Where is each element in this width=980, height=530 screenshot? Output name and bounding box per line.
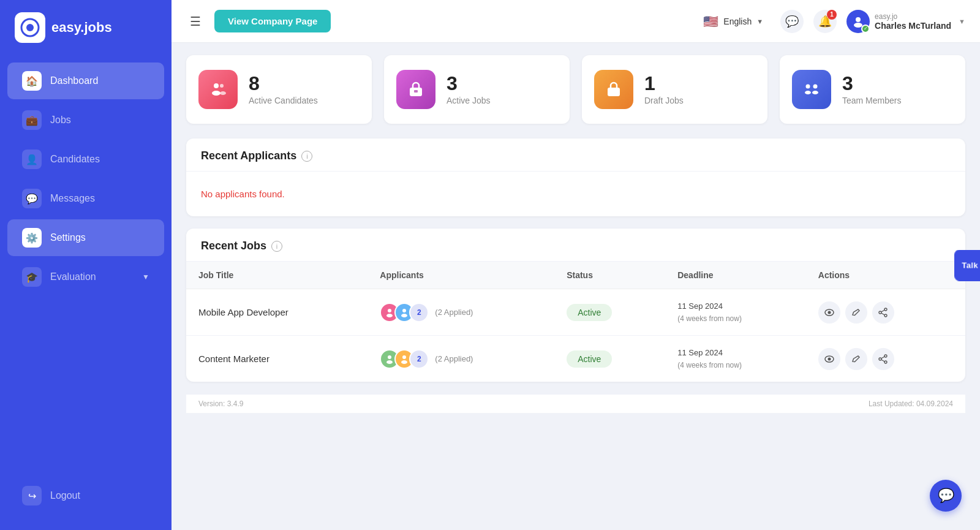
- recent-applicants-header: Recent Applicants i: [186, 138, 965, 172]
- svg-point-26: [388, 355, 391, 359]
- svg-point-7: [220, 91, 226, 95]
- recent-applicants-info-icon[interactable]: i: [301, 151, 312, 162]
- recent-applicants-section: Recent Applicants i No applicants found.: [186, 138, 965, 216]
- menu-icon[interactable]: ☰: [186, 10, 205, 32]
- recent-applicants-title: Recent Applicants: [201, 150, 296, 162]
- evaluation-icon: 🎓: [22, 267, 42, 287]
- applicants-cell-mobile-app-dev: 2 (2 Applied): [368, 289, 554, 336]
- profile-menu[interactable]: ✓ easy.jo Charles McTurland ▼: [846, 10, 965, 33]
- svg-rect-10: [608, 88, 620, 96]
- profile-chevron-icon: ▼: [959, 18, 965, 25]
- recent-jobs-header: Recent Jobs i: [186, 229, 965, 262]
- svg-point-12: [805, 91, 811, 94]
- sidebar-item-evaluation[interactable]: 🎓 Evaluation ▼: [7, 259, 164, 295]
- header: ☰ View Company Page 🇺🇸 English ▼ 💬 🔔 1: [172, 0, 980, 43]
- status-badge: Active: [567, 350, 612, 368]
- svg-point-21: [884, 308, 887, 311]
- status-cell-content-marketer: Active: [554, 336, 665, 382]
- messages-icon-button[interactable]: 💬: [780, 10, 804, 33]
- svg-point-29: [401, 360, 407, 364]
- language-chevron-icon: ▼: [756, 18, 763, 25]
- team-members-icon: [792, 70, 831, 109]
- svg-point-28: [402, 355, 406, 359]
- logo-icon: [15, 12, 45, 43]
- svg-point-32: [884, 355, 887, 357]
- job-title-cell-mobile-app-dev: Mobile App Developer: [186, 289, 368, 336]
- sidebar-item-settings[interactable]: ⚙️ Settings: [7, 219, 164, 256]
- page-content: 8 Active Candidates 3 Active Jobs: [172, 43, 980, 530]
- sidebar-item-messages[interactable]: 💬 Messages: [7, 180, 164, 217]
- chat-fab-button[interactable]: 💬: [930, 480, 962, 512]
- applied-text: (2 Applied): [435, 308, 473, 317]
- deadline-note: (4 weeks from now): [677, 314, 742, 323]
- sidebar-bottom: ↪ Logout: [0, 466, 172, 530]
- jobs-icon: 💼: [22, 110, 42, 130]
- stats-row: 8 Active Candidates 3 Active Jobs: [186, 55, 965, 124]
- talk-to-support-button[interactable]: Talk to Support: [954, 249, 980, 281]
- draft-jobs-value: 1: [644, 74, 684, 93]
- logo-text: easy.jobs: [51, 20, 112, 36]
- sidebar-item-dashboard[interactable]: 🏠 Dashboard: [7, 62, 164, 99]
- svg-point-20: [827, 311, 831, 314]
- stat-active-candidates: 8 Active Candidates: [186, 55, 372, 124]
- dashboard-icon: 🏠: [22, 71, 42, 91]
- deadline-cell-content-marketer: 11 Sep 2024 (4 weeks from now): [665, 336, 806, 382]
- svg-point-17: [402, 309, 406, 312]
- sidebar-navigation: 🏠 Dashboard 💼 Jobs 👤 Candidates 💬 Messag…: [0, 55, 172, 466]
- share-job-button[interactable]: [872, 301, 894, 324]
- table-header-row: Job Title Applicants Status Deadline Act…: [186, 262, 965, 289]
- table-row: Content Marketer: [186, 336, 965, 382]
- svg-point-1: [26, 24, 34, 31]
- status-badge: Active: [567, 304, 612, 321]
- sidebar-item-jobs-label: Jobs: [50, 115, 71, 126]
- view-job-button[interactable]: [818, 301, 840, 324]
- sidebar-item-candidates-label: Candidates: [50, 154, 100, 165]
- notification-badge: 1: [827, 10, 837, 20]
- edit-job-button[interactable]: [845, 301, 867, 324]
- notifications-button[interactable]: 🔔 1: [813, 10, 837, 33]
- view-job-button[interactable]: [818, 348, 840, 370]
- view-company-page-button[interactable]: View Company Page: [214, 10, 331, 32]
- sidebar-item-jobs[interactable]: 💼 Jobs: [7, 102, 164, 138]
- sidebar-item-candidates[interactable]: 👤 Candidates: [7, 141, 164, 178]
- sidebar-item-logout-label: Logout: [50, 490, 80, 501]
- col-job-title: Job Title: [186, 262, 368, 289]
- svg-point-23: [879, 311, 881, 314]
- team-members-info: 3 Team Members: [842, 74, 901, 105]
- svg-line-24: [881, 310, 884, 312]
- svg-point-27: [386, 360, 393, 364]
- profile-avatar-wrap: ✓: [846, 10, 870, 33]
- profile-info: easy.jo Charles McTurland: [875, 12, 951, 31]
- profile-name: Charles McTurland: [875, 21, 951, 31]
- sidebar-item-dashboard-label: Dashboard: [50, 75, 98, 86]
- messages-icon: 💬: [22, 189, 42, 208]
- svg-line-35: [881, 357, 884, 358]
- stat-active-jobs: 3 Active Jobs: [384, 55, 570, 124]
- recent-jobs-info-icon[interactable]: i: [271, 241, 282, 252]
- svg-point-5: [212, 91, 221, 96]
- language-label: English: [723, 17, 752, 26]
- applicant-count: 2: [409, 303, 429, 322]
- sidebar-item-logout[interactable]: ↪ Logout: [7, 477, 164, 514]
- applicants-cell-content-marketer: 2 (2 Applied): [368, 336, 554, 382]
- no-applicants-message: No applicants found.: [186, 172, 965, 216]
- sidebar-item-settings-label: Settings: [50, 232, 86, 243]
- language-selector[interactable]: 🇺🇸 English ▼: [696, 10, 771, 32]
- active-candidates-value: 8: [249, 74, 318, 93]
- actions-cell-mobile-app-dev: [806, 289, 965, 336]
- evaluation-chevron-icon: ▼: [142, 273, 149, 281]
- active-jobs-icon: [396, 70, 435, 109]
- svg-point-15: [388, 309, 391, 312]
- active-candidates-info: 8 Active Candidates: [249, 74, 318, 105]
- active-jobs-label: Active Jobs: [447, 96, 491, 105]
- share-job-button[interactable]: [872, 348, 894, 370]
- flag-icon: 🇺🇸: [703, 14, 718, 29]
- svg-line-25: [881, 313, 884, 315]
- applied-text: (2 Applied): [435, 354, 473, 363]
- edit-job-button[interactable]: [845, 348, 867, 370]
- jobs-table: Job Title Applicants Status Deadline Act…: [186, 262, 965, 382]
- draft-jobs-label: Draft Jobs: [644, 96, 684, 105]
- actions-cell-content-marketer: [806, 336, 965, 382]
- sidebar: easy.jobs 🏠 Dashboard 💼 Jobs 👤 Candidate…: [0, 0, 172, 530]
- job-title-cell-content-marketer: Content Marketer: [186, 336, 368, 382]
